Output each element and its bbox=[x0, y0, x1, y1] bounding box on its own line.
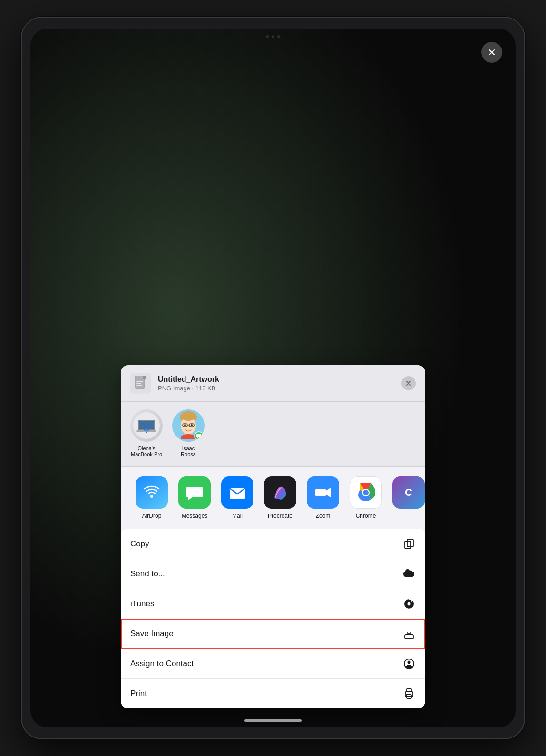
svg-rect-12 bbox=[139, 421, 154, 429]
save-image-label: Save Image bbox=[130, 629, 174, 639]
messages-icon bbox=[178, 476, 211, 509]
action-save-image[interactable]: Save Image bbox=[121, 619, 425, 649]
share-sheet: Untitled_Artwork PNG Image · 113 KB bbox=[121, 365, 425, 708]
svg-rect-28 bbox=[315, 489, 326, 496]
isaac-label: IsaacRoosa bbox=[181, 446, 196, 457]
svg-point-18 bbox=[181, 411, 196, 421]
person-svg bbox=[403, 658, 415, 669]
macbook-label: Olena'sMacBook Pro bbox=[131, 446, 162, 457]
sheet-header: Untitled_Artwork PNG Image · 113 KB bbox=[121, 365, 425, 402]
mail-label: Mail bbox=[232, 513, 243, 519]
svg-rect-41 bbox=[406, 694, 408, 695]
music-icon bbox=[402, 597, 416, 611]
isaac-avatar bbox=[172, 409, 205, 442]
people-row: Olena'sMacBook Pro bbox=[121, 402, 425, 467]
action-assign-contact[interactable]: Assign to Contact bbox=[121, 649, 425, 679]
svg-point-14 bbox=[146, 432, 147, 433]
mail-svg bbox=[228, 483, 247, 502]
svg-rect-39 bbox=[407, 689, 411, 692]
app-item-zoom[interactable]: Zoom bbox=[302, 476, 344, 519]
ipad-screen: Untitled_Artwork PNG Image · 113 KB bbox=[30, 29, 516, 727]
person-icon bbox=[402, 657, 416, 670]
music-svg bbox=[403, 598, 415, 610]
file-meta: PNG Image · 113 KB bbox=[158, 385, 395, 392]
cloud-svg bbox=[403, 568, 415, 580]
print-svg bbox=[403, 688, 415, 699]
apps-row: AirDrop Messages bbox=[121, 467, 425, 529]
camera-dot-2 bbox=[272, 35, 274, 38]
zoom-label: Zoom bbox=[316, 513, 331, 519]
cloud-icon bbox=[402, 567, 416, 581]
file-info: Untitled_Artwork PNG Image · 113 KB bbox=[158, 375, 395, 392]
svg-point-22 bbox=[184, 424, 186, 426]
chrome-icon bbox=[350, 476, 382, 509]
svg-point-24 bbox=[150, 495, 153, 498]
svg-rect-32 bbox=[405, 541, 411, 549]
copy-svg bbox=[403, 538, 415, 550]
airdrop-label: AirDrop bbox=[142, 513, 162, 519]
app-item-messages[interactable]: Messages bbox=[173, 476, 216, 519]
sheet-close-icon bbox=[406, 380, 411, 386]
actions-section: Copy Send to... bbox=[121, 529, 425, 708]
app-item-airdrop[interactable]: AirDrop bbox=[130, 476, 173, 519]
app-item-chrome[interactable]: Chrome bbox=[344, 476, 387, 519]
camera-bar bbox=[266, 35, 280, 38]
chrome-label: Chrome bbox=[356, 513, 376, 519]
sheet-close-button[interactable] bbox=[401, 376, 416, 390]
screen-close-icon bbox=[488, 48, 496, 56]
zoom-icon bbox=[307, 476, 339, 509]
home-indicator bbox=[244, 719, 302, 722]
messages-label: Messages bbox=[182, 513, 208, 519]
ipad-frame: Untitled_Artwork PNG Image · 113 KB bbox=[21, 17, 525, 739]
macbook-avatar bbox=[130, 409, 163, 442]
file-icon bbox=[130, 373, 151, 394]
camera-dot-3 bbox=[277, 35, 280, 38]
action-copy[interactable]: Copy bbox=[121, 529, 425, 559]
svg-point-34 bbox=[408, 602, 411, 606]
extra-icon-letter: C bbox=[405, 486, 412, 499]
itunes-label: iTunes bbox=[130, 599, 154, 609]
save-svg bbox=[403, 628, 415, 640]
screen-close-button[interactable] bbox=[481, 42, 502, 63]
svg-point-23 bbox=[191, 424, 193, 426]
app-item-extra[interactable]: C C bbox=[387, 476, 425, 519]
airdrop-svg bbox=[142, 483, 161, 502]
file-type: PNG Image bbox=[158, 385, 190, 392]
procreate-label: Procreate bbox=[268, 513, 292, 519]
camera-dot-1 bbox=[266, 35, 269, 38]
action-itunes[interactable]: iTunes bbox=[121, 589, 425, 619]
svg-point-37 bbox=[408, 661, 411, 664]
app-item-procreate[interactable]: Procreate bbox=[259, 476, 302, 519]
action-print[interactable]: Print bbox=[121, 679, 425, 708]
extra-icon: C bbox=[392, 476, 425, 509]
file-name: Untitled_Artwork bbox=[158, 375, 395, 384]
airdrop-icon bbox=[136, 476, 168, 509]
copy-icon bbox=[402, 537, 416, 551]
app-item-mail[interactable]: Mail bbox=[216, 476, 259, 519]
save-icon bbox=[402, 627, 416, 640]
mail-icon bbox=[221, 476, 254, 509]
svg-rect-5 bbox=[136, 383, 141, 384]
person-item-isaac[interactable]: IsaacRoosa bbox=[172, 409, 205, 457]
send-to-label: Send to... bbox=[130, 569, 165, 579]
svg-rect-31 bbox=[407, 539, 413, 547]
zoom-svg bbox=[313, 483, 332, 502]
svg-rect-4 bbox=[136, 381, 143, 382]
svg-rect-6 bbox=[136, 385, 142, 386]
copy-label: Copy bbox=[130, 539, 149, 549]
procreate-svg bbox=[271, 483, 290, 502]
print-icon bbox=[402, 687, 416, 700]
macbook-svg bbox=[133, 412, 160, 439]
assign-contact-label: Assign to Contact bbox=[130, 659, 194, 669]
file-document-icon bbox=[134, 376, 147, 391]
svg-rect-35 bbox=[405, 635, 413, 639]
procreate-icon bbox=[264, 476, 296, 509]
extra-label: C bbox=[407, 513, 411, 519]
file-size: 113 KB bbox=[195, 385, 216, 392]
message-badge bbox=[194, 431, 204, 441]
action-send-to[interactable]: Send to... bbox=[121, 559, 425, 589]
chrome-svg bbox=[356, 483, 375, 502]
person-item-macbook[interactable]: Olena'sMacBook Pro bbox=[130, 409, 163, 457]
messages-svg bbox=[185, 483, 204, 502]
message-badge-icon bbox=[196, 434, 201, 438]
